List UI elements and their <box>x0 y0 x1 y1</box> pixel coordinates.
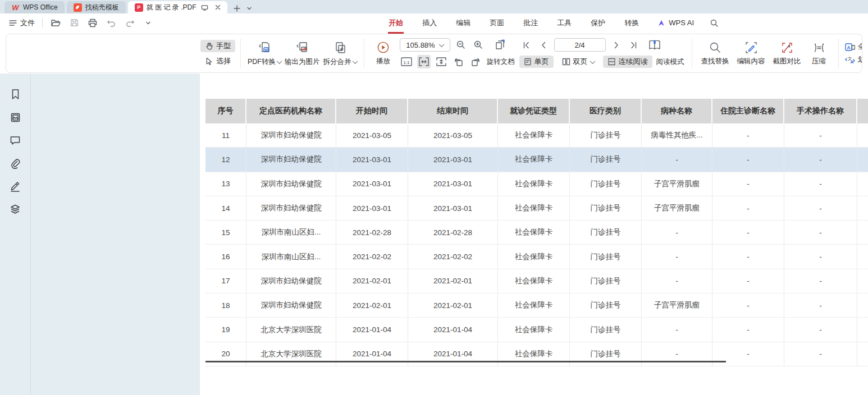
ribbon-band: 手型 选择 W PDF转换 <box>0 32 868 74</box>
table-row[interactable]: 11深圳市妇幼保健院2021-03-052021-03-05社会保障卡门诊挂号病… <box>205 123 868 148</box>
fulltext-translate-button[interactable]: A 全文翻译 <box>845 42 863 52</box>
quick-access-chevron-icon[interactable] <box>143 17 154 29</box>
table-header-row: 序号定点医药机构名称开始时间结束时间就诊凭证类型医疗类别病种名称住院主诊断名称手… <box>205 99 868 123</box>
menu-item-page[interactable]: 页面 <box>488 15 505 31</box>
comment-icon[interactable] <box>9 134 21 146</box>
wps-ai-label: WPS AI <box>669 19 694 27</box>
next-page-icon[interactable] <box>610 38 623 52</box>
table-cell: - <box>712 148 784 171</box>
divider <box>42 19 43 27</box>
page-number-input[interactable]: 2/4 <box>554 38 606 52</box>
table-row[interactable]: 17深圳市妇幼保健院2021-02-012021-02-01社会保障卡门诊挂号-… <box>205 269 868 293</box>
table-cell: 门诊挂号 <box>570 196 642 220</box>
rotate-right-icon[interactable] <box>469 55 483 68</box>
edit-content-button[interactable]: 编辑内容 <box>733 41 769 66</box>
menu-search-icon[interactable] <box>709 17 720 29</box>
screen-cast-icon[interactable] <box>199 2 209 12</box>
menu-item-insert[interactable]: 插入 <box>421 15 438 31</box>
pdf-convert-button[interactable]: W PDF转换 <box>246 40 283 67</box>
read-mode-label[interactable]: 阅读模式 <box>656 57 684 67</box>
close-tab-icon[interactable] <box>213 2 223 12</box>
table-row[interactable]: 20北京大学深圳医院2021-01-042021-01-04社会保障卡门诊挂号-… <box>205 342 868 366</box>
last-page-icon[interactable] <box>627 38 641 52</box>
table-row[interactable]: 18深圳市妇幼保健院2021-02-012021-02-01社会保障卡门诊挂号子… <box>205 293 868 318</box>
open-file-icon[interactable] <box>50 17 61 29</box>
word-translate-button[interactable]: 文 A 划词翻译 <box>845 55 863 65</box>
zoom-out-icon[interactable] <box>454 38 468 52</box>
export-image-button[interactable]: 输出为图片 <box>283 40 322 67</box>
table-row[interactable]: 15深圳市南山区妇...2021-02-282021-02-28社会保障卡门诊挂… <box>205 221 868 245</box>
screenshot-compare-button[interactable]: 截图对比 <box>769 41 805 66</box>
menu-item-convert[interactable]: 转换 <box>623 15 640 31</box>
single-page-label: 单页 <box>534 57 549 67</box>
zoom-level-combobox[interactable]: 105.88% <box>400 38 450 52</box>
play-button[interactable]: 播放 <box>369 40 398 66</box>
bookmark-icon[interactable] <box>9 88 21 100</box>
rotate-left-icon[interactable] <box>452 55 465 68</box>
table-row[interactable]: 16深圳市南山区妇...2021-02-022021-02-02社会保障卡门诊挂… <box>205 245 868 269</box>
menu-item-tools[interactable]: 工具 <box>556 15 573 31</box>
split-merge-button[interactable]: 拆分合并 <box>322 40 359 67</box>
table-cell: 2021-01-04 <box>408 342 498 366</box>
continuous-reading-button[interactable]: 连续阅读 <box>603 56 652 68</box>
table-cell: - <box>712 245 784 268</box>
table-cell: 2021-03-01 <box>336 172 408 196</box>
hand-tool-button[interactable]: 手型 <box>200 40 235 52</box>
compress-button[interactable]: 压缩 <box>805 41 833 66</box>
column-header: 手术操作名称 <box>784 99 857 123</box>
table-row[interactable]: 14深圳市妇幼保健院2021-03-012021-03-01社会保障卡门诊挂号子… <box>205 196 868 221</box>
table-row[interactable]: 12深圳市妇幼保健院2021-03-012021-03-01社会保障卡门诊挂号-… <box>205 148 868 172</box>
rotate-document-label[interactable]: 旋转文档 <box>487 57 515 67</box>
fit-page-icon[interactable] <box>435 55 448 68</box>
thumbnails-icon[interactable] <box>9 111 21 123</box>
table-cell: 子宫平滑肌瘤 <box>642 172 712 196</box>
wps-ai-menu[interactable]: WPS AI <box>657 19 694 27</box>
menu-item-home[interactable]: 开始 <box>387 15 404 31</box>
table-row[interactable]: 13深圳市妇幼保健院2021-03-012021-03-01社会保障卡门诊挂号子… <box>205 172 868 196</box>
layers-icon[interactable] <box>9 203 21 215</box>
read-mode-icon[interactable] <box>648 38 661 52</box>
attachment-icon[interactable] <box>9 157 21 169</box>
cursor-icon <box>205 57 213 65</box>
wps-pdf-window: W WPS Office 找稿壳模板 P 就 医 记 录 .PDF <box>0 0 868 395</box>
undo-icon[interactable] <box>106 17 117 29</box>
new-tab-button[interactable] <box>232 3 242 13</box>
edit-content-label: 编辑内容 <box>737 57 765 66</box>
single-page-button[interactable]: 单页 <box>519 56 554 68</box>
find-replace-button[interactable]: 查找替换 <box>697 41 733 66</box>
pdf-page[interactable]: 序号定点医药机构名称开始时间结束时间就诊凭证类型医疗类别病种名称住院主诊断名称手… <box>200 74 868 395</box>
zoom-in-icon[interactable] <box>472 38 485 52</box>
print-icon[interactable] <box>87 17 98 29</box>
table-cell: 社会保障卡 <box>498 196 570 220</box>
menu-item-protect[interactable]: 保护 <box>590 15 606 31</box>
table-cell: 12 <box>205 148 246 171</box>
table-cell: 19 <box>205 318 246 341</box>
chevron-down-icon <box>352 58 358 64</box>
tab-medical-record-pdf[interactable]: P 就 医 记 录 .PDF <box>128 1 228 13</box>
tab-docer-template[interactable]: 找稿壳模板 <box>67 1 126 13</box>
column-header: 结束时间 <box>408 99 498 123</box>
table-cell: 深圳市妇幼保健院 <box>246 269 336 293</box>
first-page-icon[interactable] <box>519 38 533 52</box>
tab-wps-office[interactable]: W WPS Office <box>4 1 65 13</box>
signature-icon[interactable] <box>9 180 21 192</box>
menu-item-annotate[interactable]: 批注 <box>522 15 539 31</box>
hand-tool-label: 手型 <box>216 41 231 51</box>
redo-icon[interactable] <box>124 17 135 29</box>
actual-size-icon[interactable]: 1:1 <box>400 55 413 68</box>
table-cell: 20 <box>205 342 246 366</box>
table-cell: 14 <box>205 196 246 220</box>
save-icon[interactable] <box>68 17 80 29</box>
table-cell: - <box>712 342 784 366</box>
menu-item-edit[interactable]: 编辑 <box>455 15 472 31</box>
table-cell-filler <box>857 293 868 317</box>
tab-list-chevron-icon[interactable] <box>244 3 254 13</box>
table-row[interactable]: 19北京大学深圳医院2021-01-042021-01-04社会保障卡门诊挂号-… <box>205 318 868 342</box>
fit-width-icon[interactable] <box>417 55 431 68</box>
rotate-document-icon[interactable] <box>494 38 507 52</box>
double-page-button[interactable]: 双页 <box>558 56 599 68</box>
table-cell: 2021-03-01 <box>408 196 498 220</box>
file-menu-button[interactable]: 文件 <box>9 18 35 28</box>
select-tool-button[interactable]: 选择 <box>200 55 235 67</box>
previous-page-icon[interactable] <box>537 38 550 52</box>
